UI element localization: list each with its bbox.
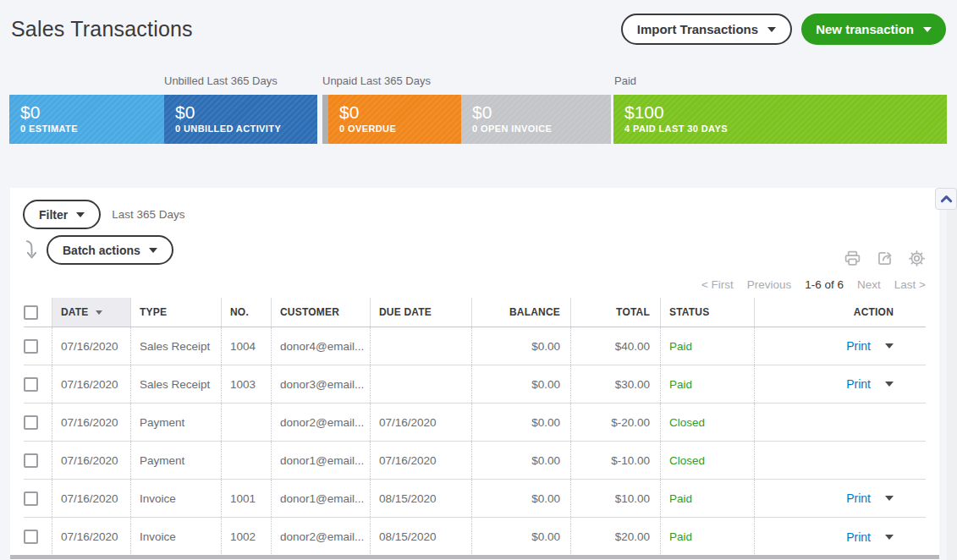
cell-customer: donor1@email... xyxy=(271,442,370,479)
table-tools xyxy=(843,249,926,267)
pagination-next[interactable]: Next xyxy=(857,278,881,291)
print-link[interactable]: Print xyxy=(846,530,871,544)
header-checkbox-cell xyxy=(24,298,52,327)
row-checkbox[interactable] xyxy=(24,453,38,468)
row-checkbox[interactable] xyxy=(24,491,38,506)
pagination-previous[interactable]: Previous xyxy=(747,278,792,291)
chevron-down-icon xyxy=(923,27,932,32)
select-all-checkbox[interactable] xyxy=(24,305,38,320)
sales-transactions-page: { "page": { "title": "Sales Transactions… xyxy=(0,0,957,560)
status-badge: Closed xyxy=(669,454,705,467)
new-transaction-button[interactable]: New transaction xyxy=(801,14,946,45)
cell-no: 1002 xyxy=(221,518,271,556)
new-transaction-label: New transaction xyxy=(816,22,914,36)
status-badge: Paid xyxy=(669,340,692,353)
page-title: Sales Transactions xyxy=(11,17,621,41)
segment-caption: 0 ESTIMATE xyxy=(20,124,164,134)
action-dropdown-caret-icon[interactable] xyxy=(885,535,894,540)
chevron-down-icon xyxy=(767,27,776,32)
cell-no: 1001 xyxy=(221,480,271,517)
cell-total: $30.00 xyxy=(570,365,660,403)
moneybar-segment-open-invoice[interactable]: $0 0 OPEN INVOICE xyxy=(461,95,611,144)
segment-caption: 0 OVERDUE xyxy=(339,124,461,134)
status-badge: Paid xyxy=(669,378,692,391)
header-type: TYPE xyxy=(130,298,221,327)
print-icon[interactable] xyxy=(843,249,861,267)
cell-due-date: 08/15/2020 xyxy=(370,518,471,556)
header-no: NO. xyxy=(221,298,271,327)
pagination-last[interactable]: Last > xyxy=(894,278,926,291)
pagination-first[interactable]: < First xyxy=(701,278,734,291)
vertical-scrollbar-track[interactable] xyxy=(947,188,957,560)
action-dropdown-caret-icon[interactable] xyxy=(885,343,894,349)
cell-action: Print xyxy=(754,327,926,365)
cell-action: Print xyxy=(754,480,926,517)
row-checkbox[interactable] xyxy=(24,415,38,430)
cell-due-date xyxy=(370,365,471,403)
transactions-panel: Filter Last 365 Days Batch actions xyxy=(10,188,939,560)
cell-total: $-10.00 xyxy=(570,442,660,479)
header-date[interactable]: DATE xyxy=(52,298,130,327)
status-badge: Closed xyxy=(669,416,705,429)
segment-caption: 0 OPEN INVOICE xyxy=(472,124,611,134)
export-icon[interactable] xyxy=(875,249,894,267)
print-link[interactable]: Print xyxy=(846,377,871,391)
batch-actions-button[interactable]: Batch actions xyxy=(47,235,173,265)
cell-balance: $0.00 xyxy=(471,442,570,479)
cell-status: Paid xyxy=(660,480,754,517)
cell-status: Closed xyxy=(660,404,754,441)
moneybar-segment-estimate[interactable]: $0 0 ESTIMATE xyxy=(9,95,164,144)
cell-customer: donor3@email... xyxy=(271,365,370,403)
print-link[interactable]: Print xyxy=(846,491,871,505)
pagination-range: 1-6 of 6 xyxy=(805,278,844,291)
cell-action: Print xyxy=(754,365,926,403)
money-bar: $0 0 ESTIMATE $0 0 UNBILLED ACTIVITY $0 … xyxy=(9,95,947,144)
chevron-up-icon xyxy=(940,195,953,203)
action-dropdown-caret-icon[interactable] xyxy=(885,382,894,387)
moneybar-segment-overdue[interactable]: $0 0 OVERDUE xyxy=(328,95,461,144)
batch-actions-row: Batch actions xyxy=(22,235,173,265)
row-checkbox[interactable] xyxy=(24,377,38,392)
table-row[interactable]: 07/16/2020 Sales Receipt 1004 donor4@ema… xyxy=(24,327,926,365)
cell-no: 1003 xyxy=(221,365,271,403)
table-row[interactable]: 07/16/2020 Payment donor2@email... 07/16… xyxy=(24,404,926,442)
sort-caret-icon xyxy=(96,310,102,315)
moneybar-segment-unbilled-activity[interactable]: $0 0 UNBILLED ACTIVITY xyxy=(164,95,317,144)
import-transactions-label: Import Transactions xyxy=(637,22,758,36)
chevron-down-icon xyxy=(76,212,85,217)
filter-caption: Last 365 Days xyxy=(112,208,184,221)
cell-total: $10.00 xyxy=(570,480,660,517)
scroll-to-top-button[interactable] xyxy=(935,188,957,210)
header-action: ACTION xyxy=(754,298,926,327)
print-link[interactable]: Print xyxy=(846,339,871,353)
cell-total: $20.00 xyxy=(570,518,660,556)
table-row[interactable]: 07/16/2020 Invoice 1001 donor1@email... … xyxy=(24,480,926,518)
row-checkbox[interactable] xyxy=(24,530,38,544)
moneybar-segment-paid[interactable]: $100 4 PAID LAST 30 DAYS xyxy=(613,95,947,144)
cell-type: Invoice xyxy=(130,480,221,517)
action-dropdown-caret-icon[interactable] xyxy=(885,496,894,501)
header-customer: CUSTOMER xyxy=(271,298,370,327)
table-row[interactable]: 07/16/2020 Payment donor1@email... 07/16… xyxy=(24,442,926,480)
cell-type: Payment xyxy=(130,442,221,479)
filter-button[interactable]: Filter xyxy=(23,200,101,229)
cell-total: $-20.00 xyxy=(570,404,660,441)
cell-type: Sales Receipt xyxy=(130,327,221,365)
moneybar-group-label-unpaid: Unpaid Last 365 Days xyxy=(322,74,431,87)
table-row[interactable]: 07/16/2020 Invoice 1002 donor2@email... … xyxy=(24,518,926,556)
cell-date: 07/16/2020 xyxy=(52,442,130,479)
table-row[interactable]: 07/16/2020 Sales Receipt 1003 donor3@ema… xyxy=(24,365,926,404)
batch-actions-label: Batch actions xyxy=(63,244,140,257)
cell-customer: donor2@email... xyxy=(271,404,370,441)
sort-arrow-down-icon[interactable] xyxy=(22,241,41,260)
gear-icon[interactable] xyxy=(907,249,926,267)
row-checkbox[interactable] xyxy=(24,339,38,354)
cell-date: 07/16/2020 xyxy=(52,518,130,556)
cell-date: 07/16/2020 xyxy=(52,480,130,517)
status-badge: Paid xyxy=(669,530,692,543)
cell-due-date: 08/15/2020 xyxy=(370,480,471,517)
horizontal-scrollbar[interactable] xyxy=(10,555,939,559)
import-transactions-button[interactable]: Import Transactions xyxy=(621,14,792,45)
filter-label: Filter xyxy=(39,208,68,222)
segment-amount: $0 xyxy=(175,102,317,123)
